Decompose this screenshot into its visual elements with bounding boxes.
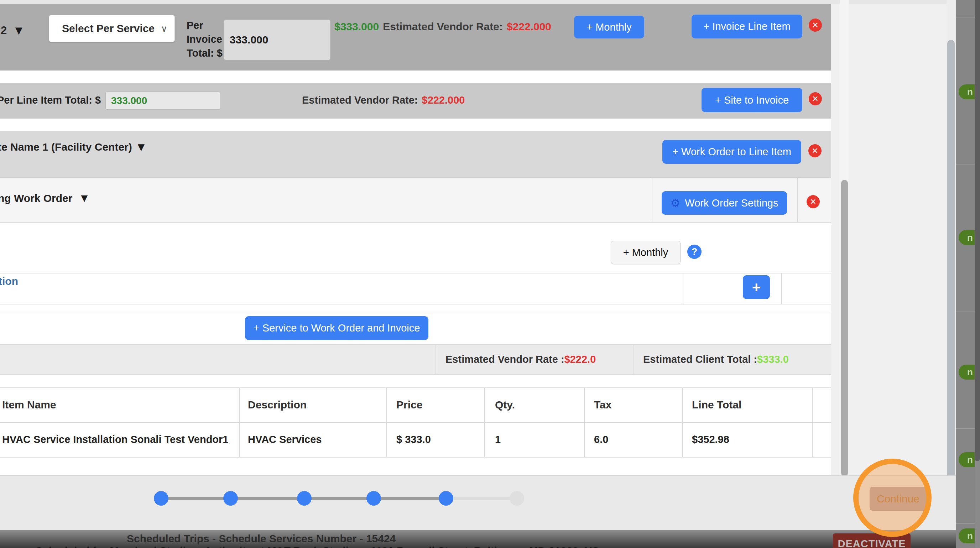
row-separator [956, 311, 975, 312]
modal-footer [0, 475, 956, 530]
table-header-tax: Tax [594, 399, 611, 411]
service-collapse-triangle-icon[interactable]: ▼ [13, 24, 25, 37]
inner-scrollbar-thumb[interactable] [841, 180, 848, 477]
divider [0, 304, 831, 305]
work-order-name: ng Work Order [0, 192, 72, 204]
remove-service-icon[interactable]: ✕ [809, 19, 822, 32]
cell-price: $ 333.0 [396, 434, 431, 445]
dimmed-page-bottom: Scheduled Trips - Schedule Services Numb… [0, 530, 956, 548]
divider [652, 178, 652, 222]
continue-button[interactable]: Continue [870, 487, 927, 511]
site-collapse-triangle-icon[interactable]: ▼ [135, 140, 147, 154]
divider [0, 273, 831, 273]
invoice-line-item-button[interactable]: + Invoice Line Item [692, 14, 802, 38]
cell-line-total: $352.98 [692, 434, 729, 445]
table-column-divider [239, 388, 240, 457]
work-order-row: ng Work Order ▼ ⚙ Work Order Settings ✕ [0, 177, 831, 222]
table-column-divider [812, 388, 813, 457]
remove-work-order-icon[interactable]: ✕ [807, 195, 820, 208]
client-value: $333.0 [757, 354, 789, 365]
step-dot-1 [154, 491, 169, 506]
service-row: 2 ▼ Select Per Service ∨ Per Invoice Tot… [0, 4, 831, 70]
schedule-subtitle: Scheduled for Maryland Stadium Authority… [36, 545, 599, 548]
table-header-item-name: Item Name [2, 399, 56, 411]
cell-description: HVAC Services [248, 434, 321, 445]
step-dot-2 [223, 491, 238, 506]
top-light-strip [0, 0, 956, 4]
divider [797, 178, 798, 222]
table-column-divider [387, 388, 387, 457]
divider [633, 345, 634, 374]
row-separator [956, 428, 975, 429]
select-per-service[interactable]: Select Per Service ∨ [49, 15, 175, 42]
select-per-service-value: Select Per Service [62, 22, 154, 35]
row-separator [956, 17, 975, 17]
monthly-button[interactable]: + Monthly [574, 16, 644, 38]
cell-item-name: HVAC Service Installation Sonali Test Ve… [2, 434, 229, 445]
divider [682, 273, 683, 304]
service-to-work-order-button[interactable]: + Service to Work Order and Invoice [245, 316, 428, 340]
per-invoice-total-value: 333.000 [230, 34, 268, 46]
client-label: Estimated Client Total : [643, 354, 757, 365]
remove-site-icon[interactable]: ✕ [808, 144, 821, 157]
line-item-total-input[interactable]: 333.000 [105, 92, 220, 110]
section-partial-label[interactable]: tion [0, 275, 18, 288]
row-separator [956, 523, 975, 524]
client-total-value: $333.000 [334, 21, 379, 33]
step-dot-6 [509, 491, 524, 506]
work-order-settings-button[interactable]: ⚙ Work Order Settings [662, 191, 787, 215]
step-dot-5 [439, 491, 453, 506]
step-dot-4 [366, 491, 381, 506]
site-row: te Name 1 (Facility Center) ▼ + Work Ord… [0, 131, 831, 177]
site-name: te Name 1 (Facility Center) [0, 141, 132, 153]
cell-tax: 6.0 [594, 434, 608, 445]
table-border [0, 457, 831, 457]
vendor-rate-value: $222.000 [507, 21, 551, 33]
per-invoice-total-input[interactable]: 333.000 [224, 19, 331, 60]
screen: 2 ▼ Select Per Service ∨ Per Invoice Tot… [0, 0, 980, 548]
per-invoice-total-label: Per Invoice Total: $ [186, 19, 228, 60]
work-order-settings-label: Work Order Settings [685, 197, 778, 209]
table-header-qty: Qty. [495, 399, 515, 411]
table-header-line-total: Line Total [692, 399, 741, 411]
table-border [0, 388, 831, 388]
table-border [0, 422, 831, 423]
chevron-down-icon: ∨ [161, 24, 167, 34]
line-item-total-value: 333.000 [111, 95, 147, 106]
estimates-row: Estimated Vendor Rate : $222.0 Estimated… [0, 344, 831, 375]
work-order-collapse-triangle-icon[interactable]: ▼ [79, 192, 90, 205]
deactivate-button[interactable]: DEACTIVATE [833, 534, 910, 548]
gear-icon: ⚙ [671, 197, 681, 210]
step-dot-3 [297, 491, 312, 506]
help-icon[interactable]: ? [687, 245, 702, 259]
divider [0, 313, 831, 313]
remove-line-item-icon[interactable]: ✕ [809, 92, 822, 105]
vendor-label: Estimated Vendor Rate : [445, 354, 565, 365]
service-totals-line: $333.000 Estimated Vendor Rate: $222.000 [334, 21, 551, 33]
estimated-client-total: Estimated Client Total : $333.0 [643, 354, 789, 365]
schedule-title: Scheduled Trips - Schedule Services Numb… [127, 533, 396, 545]
cell-qty: 1 [495, 434, 501, 445]
line-item-row: Per Line Item Total: $ 333.000 Estimated… [0, 83, 831, 119]
table-header-description: Description [248, 399, 307, 411]
line-item-total-label: Per Line Item Total: $ [0, 94, 101, 106]
vendor-value: $222.0 [565, 354, 596, 365]
vendor-rate-label: Estimated Vendor Rate: [383, 21, 503, 33]
line-item-vendor-rate: Estimated Vendor Rate: $222.000 [302, 94, 465, 106]
divider [781, 273, 782, 304]
add-row-button[interactable]: + [743, 275, 770, 299]
vendor-rate-value: $222.000 [422, 94, 465, 106]
vendor-rate-label: Estimated Vendor Rate: [302, 94, 418, 106]
modal-scrollbar-thumb[interactable] [947, 40, 955, 529]
row-separator [956, 165, 975, 165]
table-column-divider [682, 388, 683, 457]
table-column-divider [584, 388, 585, 457]
table-header-price: Price [396, 399, 422, 411]
page-scrollbar-thumb[interactable] [975, 0, 980, 461]
work-order-to-line-item-button[interactable]: + Work Order to Line Item [662, 140, 801, 164]
monthly-white-button[interactable]: + Monthly [611, 241, 681, 264]
site-to-invoice-button[interactable]: + Site to Invoice [702, 88, 802, 112]
service-index: 2 [1, 24, 7, 37]
table-column-divider [484, 388, 485, 457]
estimated-vendor-rate: Estimated Vendor Rate : $222.0 [445, 354, 596, 365]
